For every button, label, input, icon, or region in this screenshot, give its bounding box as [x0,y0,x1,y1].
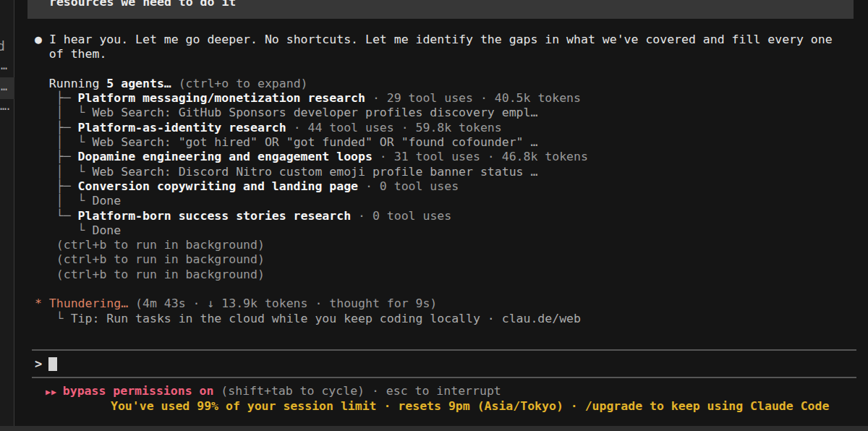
terminal-text-segment: ├─ [35,150,78,163]
agent-row-2: ├─ Platform-as-identity research · 44 to… [35,121,833,135]
terminal-text-segment: * Thundering… [35,296,128,310]
agent-row-5-activity: └ Done [35,223,833,238]
background-hint-line: (ctrl+b to run in background) [35,252,833,267]
terminal-text-segment: └─ [35,209,78,223]
terminal-text-segment: (ctrl+b to run in background) [35,238,265,252]
background-hint-line: (ctrl+b to run in background) [35,238,833,252]
terminal-text-segment [171,77,179,90]
window-bottom-edge [0,426,868,431]
blank-line [35,282,833,296]
agent-row-3-activity: │ └ Web Search: Discord Nitro custom emo… [35,165,833,179]
agents-header-line: Running 5 agents… (ctrl+o to expand) [35,77,833,91]
terminal-text-segment: └ [35,223,92,237]
session-limit-line: You've used 99% of your session limit · … [111,399,829,414]
agent-row-4: ├─ Conversion copywriting and landing pa… [35,179,833,194]
prompt-chevron-icon: > [35,357,42,371]
terminal-text-segment: Conversion copywriting and landing page [78,179,358,193]
claude-code-terminal-window: d………. resources we need to do it ● I hea… [0,0,868,431]
terminal-text-segment: bypass permissions on [63,384,214,398]
terminal-text-segment: ├─ [35,91,78,105]
terminal-text-segment: 5 agents… [106,77,171,90]
terminal-text-segment: ● [35,33,49,46]
terminal-text-segment: (ctrl+o to expand) [179,77,308,90]
terminal-text-segment: │ └ [35,165,92,179]
agent-row-3: ├─ Dopamine engineering and engagement l… [35,150,833,164]
terminal-text-segment: Platform-as-identity research [78,121,286,135]
terminal-text-segment: I hear you. Let me go deeper. No shortcu… [49,33,833,46]
terminal-text-segment: Done [92,223,121,237]
agent-row-4-activity: │ └ Done [35,194,833,208]
blank-line [35,62,833,77]
terminal-text-segment: Web Search: GitHub Sponsors developer pr… [92,106,537,119]
agent-row-1-activity: │ └ Web Search: GitHub Sponsors develope… [35,106,833,120]
terminal-text-segment: (ctrl+b to run in background) [35,268,265,281]
terminal-text-segment: · 31 tool uses · 46.8k tokens [373,150,588,163]
terminal-text-segment: · 0 tool uses [358,179,459,193]
agent-row-5: └─ Platform-born success stories researc… [35,209,833,223]
terminal-output: ● I hear you. Let me go deeper. No short… [35,33,833,326]
spinner-status-line: * Thundering… (4m 43s · ↓ 13.9k tokens ·… [35,296,833,311]
terminal-text-segment: └ [35,312,71,325]
terminal-text-segment: · 29 tool uses · 40.5k tokens [365,91,581,105]
sidebar-item-fragment: d [0,40,5,51]
terminal-text-segment: · 44 tool uses · 59.8k tokens [286,121,502,135]
terminal-text-segment: Done [92,194,121,208]
background-hint-line: (ctrl+b to run in background) [35,268,833,282]
agent-row-2-activity: │ └ Web Search: "got hired" OR "got fund… [35,135,833,150]
terminal-text-segment: (shift+tab to cycle) · esc to interrupt [213,384,501,398]
text-cursor [48,357,57,371]
terminal-text-segment: ├─ [35,179,78,193]
agent-row-1: ├─ Platform messaging/monetization resea… [35,91,833,106]
permissions-mode-line: ▶▶ bypass permissions on (shift+tab to c… [46,384,829,399]
prompt-input-box[interactable]: > [32,349,856,378]
terminal-text-segment: Platform-born success stories research [78,209,352,223]
sidebar-item-fragment: …. [0,101,10,112]
terminal-text-segment: of them. [35,47,106,61]
terminal-text-segment: Running [35,77,106,90]
terminal-text-segment: ├─ [35,121,78,135]
sidebar-item-selected[interactable]: … [0,77,14,99]
terminal-text-segment: Dopamine engineering and engagement loop… [78,150,373,163]
terminal-text-segment: │ └ [35,106,92,119]
terminal-text-segment: Web Search: "got hired" OR "got funded" … [92,135,537,149]
status-bar: ▶▶ bypass permissions on (shift+tab to c… [35,384,829,414]
terminal-text-segment: ▶▶ [46,387,63,397]
tip-line: └ Tip: Run tasks in the cloud while you … [35,312,833,326]
terminal-text-segment: Tip: Run tasks in the cloud while you ke… [71,312,581,325]
left-pane-edge: d………. [0,0,14,431]
terminal-text-segment: (ctrl+b to run in background) [35,252,265,266]
terminal-text-segment: You've used 99% of your session limit · … [111,399,829,413]
terminal-text-segment: Platform messaging/monetization research [78,91,365,105]
terminal-text-segment: Web Search: Discord Nitro custom emoji p… [92,165,537,179]
terminal-text-segment: │ └ [35,135,92,149]
sidebar-item-fragment: … [1,61,7,72]
terminal-text-segment: │ └ [35,194,92,208]
terminal-text-segment [128,296,135,310]
assistant-message-line-1: ● I hear you. Let me go deeper. No short… [35,33,833,47]
terminal-text-segment: (4m 43s · ↓ 13.9k tokens · thought for 9… [135,296,437,310]
assistant-message-line-2: of them. [35,47,833,61]
terminal-text-segment: · 0 tool uses [351,209,451,223]
quoted-message-text: resources we need to do it [49,0,236,9]
quoted-message-block: resources we need to do it [27,0,854,19]
